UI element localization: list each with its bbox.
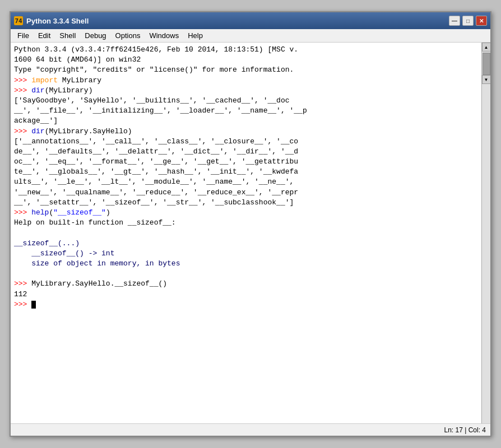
line-dir2: >>> dir(MyLibrary.SayHello)	[14, 127, 478, 137]
line-dir2-out7: __', '__setattr__', '__sizeof__', '__str…	[14, 198, 478, 208]
line-dir1-out3: ackage__']	[14, 116, 478, 126]
header-line2: 1600 64 bit (AMD64)] on win32	[14, 55, 478, 65]
vertical-scrollbar[interactable]: ▲ ▼	[481, 43, 490, 423]
line-dir1-out1: ['SayGoodbye', 'SayHello', '__builtins__…	[14, 96, 478, 106]
line-dir2-out5: ults__', '__le__', '__lt__', '__module__…	[14, 177, 478, 187]
line-help-desc1: __sizeof__() -> int	[14, 249, 478, 259]
menu-file[interactable]: File	[13, 30, 34, 41]
cursor-position: Ln: 17 | Col: 4	[444, 426, 486, 434]
menu-windows[interactable]: Windows	[145, 30, 183, 41]
line-import: >>> import MyLibrary	[14, 76, 478, 86]
close-button[interactable]: ✕	[476, 16, 487, 26]
status-bar: Ln: 17 | Col: 4	[11, 423, 490, 436]
menu-options[interactable]: Options	[111, 30, 145, 41]
line-call: >>> MyLibrary.SayHello.__sizeof__()	[14, 279, 478, 289]
line-result: 112	[14, 290, 478, 300]
maximize-button[interactable]: □	[462, 16, 474, 26]
line-help-sig: __sizeof__(...)	[14, 239, 478, 249]
menu-shell[interactable]: Shell	[55, 30, 80, 41]
cursor	[31, 301, 36, 309]
menu-debug[interactable]: Debug	[80, 30, 110, 41]
scroll-up-button[interactable]: ▲	[482, 43, 491, 52]
line-dir2-out6: '__new__', '__qualname__', '__reduce__',…	[14, 188, 478, 198]
line-blank1	[14, 228, 478, 238]
window-controls: — □ ✕	[449, 16, 487, 26]
header-line3: Type "copyright", "credits" or "license(…	[14, 65, 478, 75]
line-dir2-out2: de__', '__defaults__', '__delattr__', '_…	[14, 147, 478, 157]
menu-bar: File Edit Shell Debug Options Windows He…	[11, 29, 490, 43]
scroll-down-button[interactable]: ▼	[482, 75, 491, 84]
line-dir2-out1: ['__annotations__', '__call__', '__class…	[14, 137, 478, 147]
line-dir1-out2: __', '__file__', '__initializing__', '__…	[14, 106, 478, 116]
line-final-prompt: >>>	[14, 300, 478, 310]
line-help: >>> help("__sizeof__")	[14, 208, 478, 218]
scroll-thumb[interactable]	[483, 53, 490, 75]
menu-help[interactable]: Help	[183, 30, 207, 41]
line-help-out1: Help on built-in function __sizeof__:	[14, 218, 478, 228]
window-title: Python 3.3.4 Shell	[26, 17, 89, 25]
minimize-button[interactable]: —	[449, 16, 460, 26]
line-dir2-out4: te__', '__globals__', '__gt__', '__hash_…	[14, 167, 478, 177]
header-line1: Python 3.3.4 (v3.3.4:7ff62415e426, Feb 1…	[14, 45, 478, 55]
line-dir1: >>> dir(MyLibrary)	[14, 86, 478, 96]
line-help-desc2: size of object in memory, in bytes	[14, 259, 478, 269]
title-bar-left: 74 Python 3.3.4 Shell	[14, 16, 89, 25]
title-bar: 74 Python 3.3.4 Shell — □ ✕	[11, 12, 490, 29]
main-window: 74 Python 3.3.4 Shell — □ ✕ File Edit Sh…	[10, 11, 491, 437]
shell-output[interactable]: Python 3.3.4 (v3.3.4:7ff62415e426, Feb 1…	[11, 43, 481, 423]
line-dir2-out3: oc__', '__eq__', '__format__', '__ge__',…	[14, 157, 478, 167]
menu-edit[interactable]: Edit	[34, 30, 55, 41]
shell-wrapper: Python 3.3.4 (v3.3.4:7ff62415e426, Feb 1…	[11, 43, 490, 423]
app-icon: 74	[14, 16, 23, 25]
line-blank2	[14, 269, 478, 279]
